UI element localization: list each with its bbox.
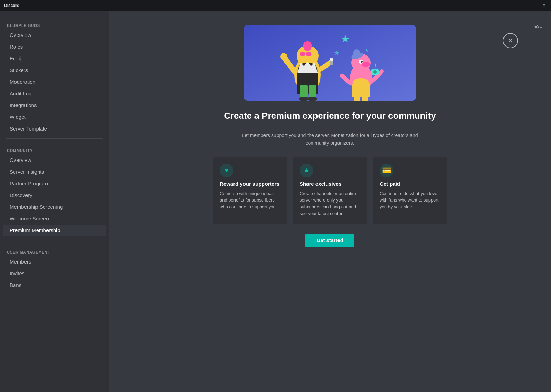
sidebar-item-partner-program[interactable]: Partner Program: [3, 178, 106, 189]
sidebar-item-server-insights[interactable]: Server Insights: [3, 166, 106, 177]
hero-image: [244, 25, 416, 101]
app-container: BLURPLE BUDS Overview Roles Emoji Sticke…: [0, 11, 551, 392]
sidebar-item-members[interactable]: Members: [3, 256, 106, 267]
svg-point-19: [330, 58, 333, 61]
sidebar-item-overview-2[interactable]: Overview: [3, 154, 106, 166]
svg-point-17: [280, 53, 287, 60]
feature-cards: ♥ Reward your supporters Come up with un…: [213, 157, 447, 224]
sidebar: BLURPLE BUDS Overview Roles Emoji Sticke…: [0, 11, 109, 392]
sidebar-item-membership-screening[interactable]: Membership Screening: [3, 201, 106, 213]
paid-desc: Continue to do what you love with fans w…: [380, 190, 440, 210]
sidebar-item-integrations[interactable]: Integrations: [3, 100, 106, 111]
svg-point-32: [373, 70, 377, 74]
feature-card-share: ★ Share exclusives Create channels or an…: [293, 157, 367, 224]
share-title: Share exclusives: [300, 181, 360, 187]
svg-rect-28: [362, 92, 368, 101]
close-icon: ✕: [508, 38, 513, 44]
close-window-button[interactable]: ✕: [541, 3, 547, 8]
server-name-label: BLURPLE BUDS: [0, 18, 109, 29]
sidebar-divider-2: [6, 240, 103, 240]
get-started-button[interactable]: Get started: [305, 234, 354, 247]
sidebar-item-bans[interactable]: Bans: [3, 279, 106, 291]
svg-point-22: [362, 62, 370, 67]
share-icon: ★: [300, 164, 313, 177]
sidebar-item-widget[interactable]: Widget: [3, 111, 106, 123]
sidebar-item-stickers[interactable]: Stickers: [3, 64, 106, 76]
paid-icon: 💳: [380, 164, 393, 177]
sidebar-item-emoji[interactable]: Emoji: [3, 53, 106, 64]
sidebar-item-moderation[interactable]: Moderation: [3, 76, 106, 87]
hero-illustration: [244, 25, 416, 101]
maximize-button[interactable]: ☐: [532, 3, 537, 8]
svg-point-11: [303, 42, 307, 49]
svg-rect-8: [306, 52, 311, 56]
titlebar: Discord — ☐ ✕: [0, 0, 551, 11]
window-controls: — ☐ ✕: [522, 3, 547, 8]
sidebar-divider-1: [6, 138, 103, 139]
app-title: Discord: [4, 3, 20, 8]
sidebar-item-overview-1[interactable]: Overview: [3, 29, 106, 41]
sidebar-item-roles[interactable]: Roles: [3, 41, 106, 52]
user-management-section-label: USER MANAGEMENT: [0, 245, 109, 256]
sidebar-item-server-template[interactable]: Server Template: [3, 123, 106, 134]
sidebar-item-discovery[interactable]: Discovery: [3, 189, 106, 201]
close-button[interactable]: ✕: [503, 33, 518, 48]
feature-card-paid: 💳 Get paid Continue to do what you love …: [373, 157, 447, 224]
sidebar-section-user-management: USER MANAGEMENT Members Invites Bans: [0, 245, 109, 291]
page-subtitle: Let members support you and the server. …: [233, 132, 426, 147]
main-content: ✕ ESC: [109, 11, 551, 392]
feature-card-reward: ♥ Reward your supporters Come up with un…: [213, 157, 287, 224]
content-wrapper: Create a Premium experience for your com…: [213, 25, 447, 247]
reward-title: Reward your supporters: [220, 181, 280, 187]
reward-desc: Come up with unique ideas and benefits f…: [220, 190, 280, 210]
share-desc: Create channels or an entire server wher…: [300, 190, 360, 217]
reward-icon: ♥: [220, 164, 233, 177]
sidebar-item-audit-log[interactable]: Audit Log: [3, 88, 106, 99]
sidebar-section-main: Overview Roles Emoji Stickers Moderation…: [0, 29, 109, 134]
svg-rect-27: [354, 92, 360, 101]
svg-rect-7: [300, 52, 305, 56]
sidebar-section-community: COMMUNITY Overview Server Insights Partn…: [0, 143, 109, 236]
minimize-button[interactable]: —: [522, 3, 528, 8]
sidebar-item-invites[interactable]: Invites: [3, 268, 106, 279]
paid-title: Get paid: [380, 181, 440, 187]
sidebar-item-welcome-screen[interactable]: Welcome Screen: [3, 213, 106, 224]
page-title: Create a Premium experience for your com…: [224, 110, 436, 122]
sidebar-item-premium-membership[interactable]: Premium Membership: [3, 225, 106, 236]
community-section-label: COMMUNITY: [0, 143, 109, 154]
svg-point-24: [361, 61, 363, 63]
svg-point-12: [308, 42, 312, 49]
